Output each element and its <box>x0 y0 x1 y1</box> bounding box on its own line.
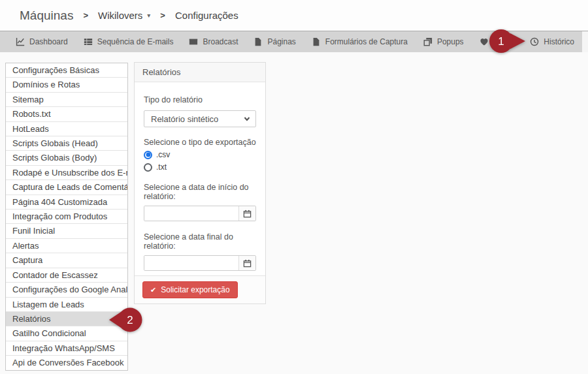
envelope-icon <box>189 37 198 46</box>
sidebar-item-whatsapp-sms[interactable]: Integração WhatsApp/SMS <box>6 341 127 356</box>
sidebar-item-initial-funnel[interactable]: Funil Inicial <box>6 224 127 238</box>
breadcrumb-separator: > <box>160 10 165 20</box>
panel-title: Relatórios <box>135 63 265 82</box>
end-date-label: Selecione a data final do relatório: <box>144 232 256 251</box>
tab-email-sequence[interactable]: Sequência de E-mails <box>76 31 182 52</box>
start-date-input[interactable] <box>144 206 238 221</box>
start-date-label: Selecione a data de início do relatório: <box>144 183 256 201</box>
radio-txt-label: .txt <box>156 163 167 172</box>
sidebar-item-facebook-conversions-api[interactable]: Api de Conversões Facebook <box>6 356 127 369</box>
machine-name: Wikilovers <box>98 10 142 21</box>
settings-sidebar: Configurações Básicas Domínios e Rotas S… <box>5 63 128 371</box>
report-type-label: Tipo do relatório <box>144 95 256 104</box>
tab-pages[interactable]: Páginas <box>246 31 303 52</box>
sidebar-item-product-integration[interactable]: Integração com Produtos <box>6 210 127 224</box>
calendar-icon <box>243 259 252 268</box>
clock-icon <box>530 37 539 46</box>
file-icon <box>253 37 263 46</box>
sidebar-item-basic-settings[interactable]: Configurações Básicas <box>6 63 127 78</box>
reports-panel: Relatórios Tipo do relatório Relatório s… <box>134 62 266 304</box>
clone-icon <box>423 37 433 46</box>
sidebar-item-conditional-trigger[interactable]: Gatilho Condicional <box>6 326 127 341</box>
tab-dashboard[interactable]: Dashboard <box>8 31 76 52</box>
sidebar-item-robots-txt[interactable]: Robots.txt <box>6 107 127 121</box>
start-date-group <box>144 206 256 221</box>
tab-leads[interactable]: Leads <box>472 31 523 52</box>
radio-button-icon[interactable] <box>144 163 152 172</box>
tab-label: Broadcast <box>203 37 238 46</box>
radio-txt[interactable]: .txt <box>144 163 256 172</box>
sidebar-item-scripts-body[interactable]: Scripts Globais (Body) <box>6 151 127 165</box>
end-date-group <box>144 255 256 271</box>
request-export-button[interactable]: ✔ Solicitar exportação <box>142 281 238 298</box>
tab-capture-forms[interactable]: Formulários de Captura <box>304 31 416 52</box>
sidebar-item-google-analytics[interactable]: Configurações do Google Analytics <box>6 283 127 297</box>
end-date-input[interactable] <box>144 256 238 270</box>
sidebar-item-scarcity-counter[interactable]: Contador de Escassez <box>6 268 127 283</box>
sidebar-item-fb-comments-leads[interactable]: Captura de Leads de Comentários do FB <box>6 180 127 195</box>
tab-label: Sequência de E-mails <box>97 37 174 46</box>
tab-label: Leads <box>493 37 515 46</box>
breadcrumb-machines-link[interactable]: Máquinas <box>20 8 73 23</box>
panel-footer: ✔ Solicitar exportação <box>135 275 265 304</box>
request-export-label: Solicitar exportação <box>161 285 229 294</box>
tab-popups[interactable]: Popups <box>416 31 472 52</box>
file-alt-icon <box>312 37 321 46</box>
tab-broadcast[interactable]: Broadcast <box>181 31 246 52</box>
report-type-select[interactable]: Relatório sintético <box>144 110 256 127</box>
reports-form: Tipo do relatório Relatório sintético Se… <box>135 82 265 275</box>
check-icon: ✔ <box>150 286 156 294</box>
sidebar-item-domains-routes[interactable]: Domínios e Rotas <box>6 78 127 92</box>
breadcrumb-current-page: Configurações <box>175 10 238 21</box>
app-window: Máquinas > Wikilovers ▾ > Configurações … <box>0 0 588 374</box>
tab-label: Histórico <box>544 37 574 46</box>
tab-settings[interactable]: Configurações <box>582 31 588 52</box>
main-navigation-toolbar: Dashboard Sequência de E-mails Broadcast… <box>0 31 588 52</box>
machine-selector-dropdown[interactable]: Wikilovers ▾ <box>98 10 150 21</box>
sidebar-item-custom-404[interactable]: Página 404 Customizada <box>6 195 127 210</box>
sidebar-item-leads-listing[interactable]: Listagem de Leads <box>6 298 127 312</box>
tab-label: Formulários de Captura <box>325 37 408 46</box>
tab-label: Páginas <box>267 37 295 46</box>
sidebar-item-scripts-head[interactable]: Scripts Globais (Head) <box>6 136 127 151</box>
sidebar-item-capture[interactable]: Captura <box>6 253 127 268</box>
caret-down-icon: ▾ <box>147 12 150 19</box>
chart-line-icon <box>16 37 25 46</box>
calendar-icon <box>243 210 252 218</box>
breadcrumb-separator: > <box>83 10 88 20</box>
radio-csv-label: .csv <box>156 150 170 159</box>
sidebar-item-hotleads[interactable]: HotLeads <box>6 122 127 136</box>
tab-history[interactable]: Histórico <box>522 31 582 52</box>
chevron-down-icon <box>244 116 250 122</box>
report-type-selected-value: Relatório sintético <box>151 114 218 124</box>
start-date-calendar-button[interactable] <box>238 206 255 221</box>
radio-button-icon[interactable] <box>144 151 152 159</box>
list-icon <box>84 37 93 46</box>
sidebar-item-sitemap[interactable]: Sitemap <box>6 93 127 107</box>
radio-csv[interactable]: .csv <box>144 150 256 159</box>
export-type-label: Selecione o tipo de exportação <box>144 138 256 147</box>
sidebar-item-reports[interactable]: Relatórios <box>6 312 127 326</box>
tab-label: Popups <box>437 37 464 46</box>
heart-icon <box>480 37 489 46</box>
tab-label: Dashboard <box>29 37 68 46</box>
sidebar-item-footer-unsubscribe[interactable]: Rodapé e Unsubscribe dos E-mails <box>6 166 127 180</box>
breadcrumb: Máquinas > Wikilovers ▾ > Configurações <box>0 0 588 31</box>
end-date-calendar-button[interactable] <box>238 256 255 270</box>
sidebar-item-alerts[interactable]: Alertas <box>6 239 127 253</box>
